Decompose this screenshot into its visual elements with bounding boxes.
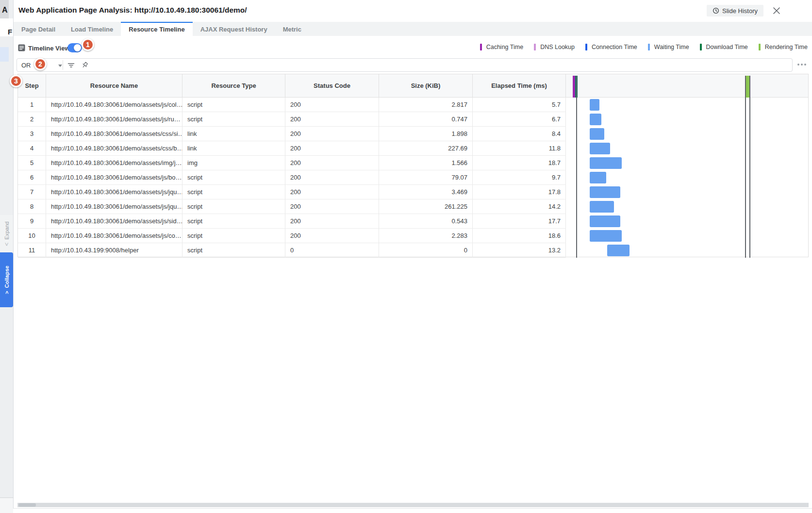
table-row[interactable]: 1http://10.10.49.180:30061/demo/assets/j… [18, 98, 566, 112]
scrollbar-thumb[interactable] [18, 503, 36, 507]
cell-size: 261.225 [379, 199, 473, 214]
column-header-status-code: Status Code [285, 74, 379, 97]
timeline-bar-step-5[interactable] [590, 157, 622, 169]
timeline-view-icon [18, 44, 25, 51]
cell-name: http://10.10.49.180:30061/demo/assets/js… [46, 214, 182, 228]
grid-line-right-2 [749, 76, 750, 258]
legend-item-download-time: Download Time [700, 44, 748, 50]
cell-size: 0 [379, 243, 473, 257]
tab-load-timeline[interactable]: Load Timeline [63, 22, 121, 36]
background-block [0, 498, 13, 513]
cell-elapsed: 18.7 [473, 156, 566, 170]
cell-size: 0.543 [379, 214, 473, 228]
cell-name: http://10.10.43.199:9008/helper [46, 243, 182, 257]
timeline-bar-step-3[interactable] [590, 128, 604, 140]
tab-bar: Page DetailLoad TimelineResource Timelin… [14, 22, 812, 36]
chevron-down-icon[interactable] [58, 65, 62, 67]
timeline-view-label: Timeline View [28, 45, 70, 52]
annotation-badge-3: 3 [10, 75, 22, 87]
cell-status: 200 [285, 199, 379, 214]
legend-label: Connection Time [592, 44, 637, 50]
legend-label: Caching Time [486, 44, 523, 50]
cell-name: http://10.10.49.180:30061/demo/assets/cs… [46, 127, 182, 141]
cell-step: 9 [18, 214, 46, 228]
column-header-size-kib: Size (KiB) [379, 74, 473, 97]
cell-status: 200 [285, 214, 379, 228]
cell-status: 200 [285, 98, 379, 112]
table-row[interactable]: 3http://10.10.49.180:30061/demo/assets/c… [18, 127, 566, 141]
table-row[interactable]: 11http://10.10.43.199:9008/helperscript0… [18, 243, 566, 258]
legend-label: Waiting Time [654, 44, 689, 50]
timing-legend: Caching TimeDNS LookupConnection TimeWai… [480, 44, 808, 50]
table-row[interactable]: 5http://10.10.49.180:30061/demo/assets/i… [18, 156, 566, 170]
timeline-bar-step-6[interactable] [590, 172, 606, 183]
tab-ajax-request-history[interactable]: AJAX Request History [193, 22, 275, 36]
table-row[interactable]: 10http://10.10.49.180:30061/demo/assets/… [18, 229, 566, 243]
timeline-bar-step-7[interactable] [590, 186, 620, 198]
expand-label: Expand [4, 221, 10, 239]
timeline-bar-step-8[interactable] [590, 201, 614, 213]
legend-color-chip [534, 44, 536, 50]
chevron-left-icon: < [3, 243, 10, 246]
divider [63, 60, 63, 70]
cell-elapsed: 5.7 [473, 98, 566, 112]
cell-name: http://10.10.49.180:30061/demo/assets/js… [46, 112, 182, 126]
timeline-bar-step-4[interactable] [590, 143, 610, 154]
cell-size: 227.69 [379, 141, 473, 155]
table-row[interactable]: 4http://10.10.49.180:30061/demo/assets/c… [18, 141, 566, 156]
grid-line-left [576, 76, 577, 258]
cell-elapsed: 13.2 [473, 243, 566, 257]
slide-history-button[interactable]: Slide History [707, 5, 763, 17]
cell-elapsed: 6.7 [473, 112, 566, 126]
more-options-icon[interactable] [797, 64, 806, 66]
filter-operator[interactable]: OR [21, 62, 31, 69]
cell-type: script [182, 199, 285, 214]
cell-status: 200 [285, 170, 379, 184]
table-row[interactable]: 9http://10.10.49.180:30061/demo/assets/j… [18, 214, 566, 229]
cell-name: http://10.10.49.180:30061/demo/assets/js… [46, 229, 182, 243]
annotation-badge-1: 1 [82, 38, 94, 51]
toolbar: Timeline View Caching TimeDNS LookupConn… [14, 40, 812, 55]
tab-resource-timeline[interactable]: Resource Timeline [121, 22, 192, 36]
cell-step: 11 [18, 243, 46, 257]
cell-step: 10 [18, 229, 46, 243]
background-letter-f: F [8, 28, 12, 36]
column-header-elapsed-time-ms: Elapsed Time (ms) [473, 74, 566, 97]
tab-page-detail[interactable]: Page Detail [14, 22, 63, 36]
timeline-bar-step-9[interactable] [590, 215, 620, 227]
horizontal-scrollbar[interactable] [17, 503, 809, 507]
timeline-bar-step-11[interactable] [607, 245, 630, 256]
legend-color-chip [480, 44, 482, 50]
pin-icon[interactable] [81, 61, 89, 69]
table-row[interactable]: 6http://10.10.49.180:30061/demo/assets/j… [18, 170, 566, 185]
cell-type: script [182, 98, 285, 112]
timeline-bar-step-1[interactable] [590, 99, 599, 111]
tab-metric[interactable]: Metric [275, 22, 309, 36]
cell-status: 200 [285, 185, 379, 199]
cell-type: link [182, 141, 285, 155]
cell-status: 200 [285, 229, 379, 243]
cell-size: 1.566 [379, 156, 473, 170]
collapse-tab[interactable]: > Collapse [0, 252, 13, 307]
filter-icon[interactable] [67, 61, 75, 69]
cell-size: 2.817 [379, 98, 473, 112]
slide-history-label: Slide History [722, 7, 758, 15]
cell-elapsed: 17.8 [473, 185, 566, 199]
legend-color-chip [648, 44, 650, 50]
timeline-bar-step-10[interactable] [590, 230, 622, 242]
table-row[interactable]: 2http://10.10.49.180:30061/demo/assets/j… [18, 112, 566, 127]
cell-step: 1 [18, 98, 46, 112]
close-icon[interactable] [772, 6, 781, 15]
table-row[interactable]: 7http://10.10.49.180:30061/demo/assets/j… [18, 185, 566, 199]
timeline-view-toggle[interactable] [67, 43, 82, 52]
cell-type: script [182, 243, 285, 257]
screen: A F < Expand > Collapse Web Application … [0, 0, 812, 513]
legend-color-chip [759, 44, 761, 50]
table-row[interactable]: 8http://10.10.49.180:30061/demo/assets/j… [18, 199, 566, 214]
cell-status: 200 [285, 141, 379, 155]
grid-line-right-1 [745, 76, 746, 258]
cell-name: http://10.10.49.180:30061/demo/assets/js… [46, 98, 182, 112]
timeline-bar-step-2[interactable] [590, 114, 601, 125]
legend-color-chip [585, 44, 587, 50]
expand-tab[interactable]: < Expand [0, 215, 13, 252]
